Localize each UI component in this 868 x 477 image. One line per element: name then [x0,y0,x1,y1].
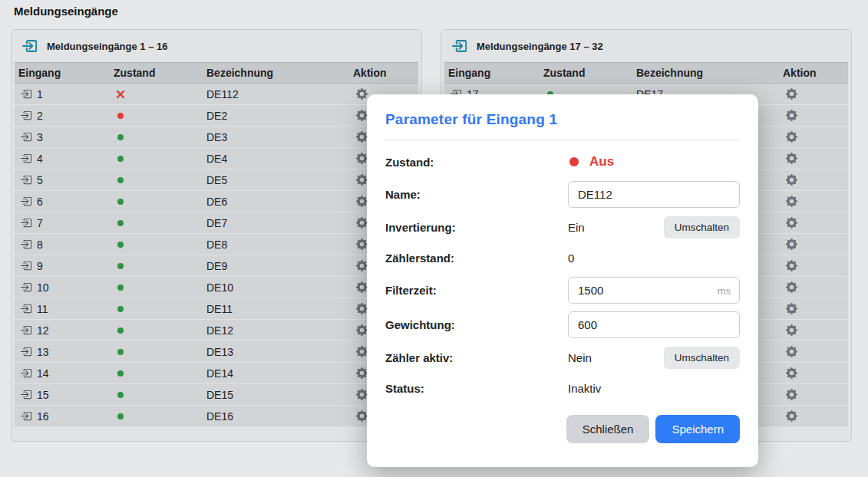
meldungseingaenge-page: Meldungseingänge Meldungseingänge 1 – 16… [0,0,868,477]
bezeichnung-label: DE112 [203,88,349,100]
state-on-dot-icon [117,263,124,269]
gear-icon[interactable] [356,110,368,121]
gear-icon[interactable] [786,238,797,250]
state-on-dot-icon [117,156,124,162]
gear-icon[interactable] [356,281,368,293]
state-on-dot-icon [117,177,124,183]
gear-icon[interactable] [786,174,797,186]
gear-icon[interactable] [786,346,797,357]
input-icon [20,217,31,229]
gear-icon[interactable] [786,324,797,336]
gear-icon[interactable] [356,303,368,314]
state-on-dot-icon [117,134,124,140]
input-icon [20,131,31,143]
panel-title: Meldungseingänge 17 – 32 [477,41,603,52]
column-header-eingang: Eingang [444,67,540,79]
bezeichnung-label: DE3 [203,131,349,143]
state-on-dot-icon [117,242,124,248]
gear-icon[interactable] [786,153,797,164]
input-icon [20,88,31,100]
state-on-dot-icon [117,285,124,291]
bezeichnung-label: DE13 [203,346,349,358]
invertierung-label: Invertierung: [385,221,568,234]
table-row: 11DE11 [15,298,418,320]
eingang-number: 3 [37,131,43,143]
column-header-eingang: Eingang [15,67,110,79]
eingang-number: 14 [37,367,49,380]
bezeichnung-label: DE7 [203,217,349,229]
eingang-number: 6 [37,196,43,208]
parameter-dialog: Parameter für Eingang 1 Zustand: Aus Nam… [367,94,758,467]
gear-icon[interactable] [786,217,797,229]
field-row-invertierung: Invertierung: Ein Umschalten [385,215,740,238]
input-icon [20,281,31,293]
state-on-dot-icon [117,220,124,226]
gear-icon[interactable] [356,410,368,422]
gear-icon[interactable] [786,260,797,271]
eingang-number: 11 [37,303,48,315]
column-header-aktion: Aktion [349,67,418,79]
table-row: 16DE16 [15,406,418,427]
bezeichnung-label: DE12 [203,324,349,337]
column-header-bezeichnung: Bezeichnung [632,67,779,79]
gewichtung-input[interactable] [568,311,740,338]
speichern-button[interactable]: Speichern [655,415,740,443]
gear-icon[interactable] [356,324,368,336]
dialog-title: Parameter für Eingang 1 [385,111,740,128]
gear-icon[interactable] [356,131,368,143]
bezeichnung-label: DE10 [203,281,349,294]
schliessen-button[interactable]: Schließen [566,415,650,443]
table-row: 13DE13 [15,341,418,363]
column-header-aktion: Aktion [779,67,848,79]
gear-icon[interactable] [786,281,797,293]
panel-header: Meldungseingänge 17 – 32 [441,30,851,62]
gear-icon[interactable] [786,88,797,100]
gear-icon[interactable] [356,389,368,400]
gear-icon[interactable] [356,153,368,164]
bezeichnung-label: DE6 [203,196,349,208]
bezeichnung-label: DE16 [203,410,349,423]
gear-icon[interactable] [356,174,368,186]
input-icon [20,367,31,379]
input-icon [20,389,31,400]
gear-icon[interactable] [786,303,797,314]
table-body: 1DE1122DE23DE34DE45DE56DE67DE78DE89DE910… [15,84,418,427]
invertierung-umschalten-button[interactable]: Umschalten [664,216,740,238]
status-value: Inaktiv [568,382,601,395]
table-row: 14DE14 [15,363,418,384]
gear-icon[interactable] [786,131,797,143]
input-icon [20,174,31,186]
field-row-status: Status: Inaktiv [385,377,740,400]
filterzeit-label: Filterzeit: [385,284,568,297]
eingang-number: 13 [37,346,49,358]
inputs-table: Eingang Zustand Bezeichnung Aktion 1DE11… [15,62,418,427]
gear-icon[interactable] [356,367,368,379]
gear-icon[interactable] [356,346,368,357]
zaehler-aktiv-umschalten-button[interactable]: Umschalten [664,347,740,369]
gear-icon[interactable] [356,238,368,250]
gear-icon[interactable] [356,88,368,100]
gear-icon[interactable] [786,110,797,121]
name-input[interactable] [568,181,740,208]
eingang-number: 16 [37,410,49,423]
field-row-gewichtung: Gewichtung: [385,311,740,338]
gear-icon[interactable] [356,196,368,207]
field-row-zaehlerstand: Zählerstand: 0 [385,246,740,269]
page-title: Meldungseingänge [14,5,118,18]
table-row: 4DE4 [15,148,418,169]
gear-icon[interactable] [786,196,797,207]
eingang-number: 8 [37,238,43,251]
gear-icon[interactable] [356,260,368,271]
bezeichnung-label: DE4 [203,153,349,165]
gear-icon[interactable] [786,367,797,379]
gear-icon[interactable] [356,217,368,229]
panel-header: Meldungseingänge 1 – 16 [12,30,421,62]
gear-icon[interactable] [786,389,797,400]
eingang-number: 10 [37,281,49,294]
zaehler-aktiv-label: Zähler aktiv: [385,351,568,364]
gear-icon[interactable] [786,410,797,422]
filterzeit-input[interactable] [568,277,740,304]
bezeichnung-label: DE5 [203,174,349,186]
eingang-number: 1 [37,88,43,100]
field-row-zaehler-aktiv: Zähler aktiv: Nein Umschalten [385,346,740,369]
